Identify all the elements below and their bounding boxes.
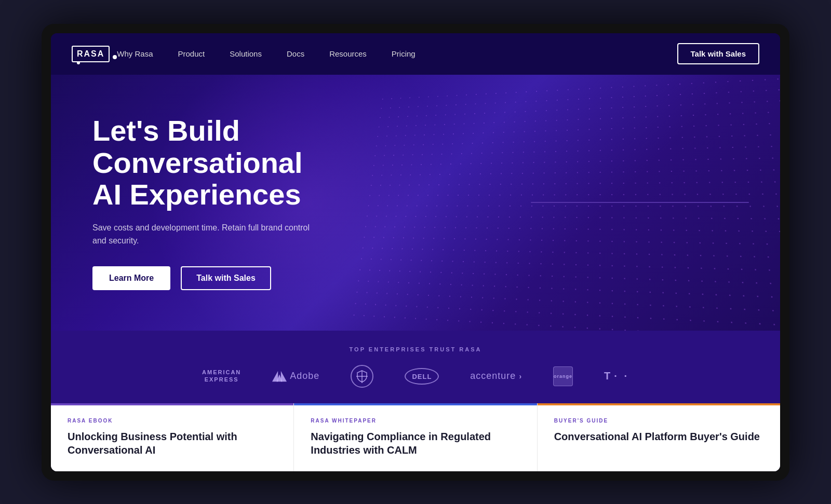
hero-buttons: Learn More Talk with Sales [92,266,321,290]
logo-orange: orange [553,366,573,386]
logo-dell: DELL [405,368,439,385]
nav-link-why-rasa[interactable]: Why Rasa [117,49,153,58]
nav-link-resources[interactable]: Resources [329,49,367,58]
amex-text: AMERICAN EXPRESS [202,369,241,383]
card-title-2: Navigating Compliance in Regulated Indus… [311,430,520,457]
bcbs-shield-icon [355,370,369,383]
nav-link-product[interactable]: Product [178,49,205,58]
logo-text: RASA [77,49,104,58]
logo-accenture: accenture › [470,371,522,382]
card-bar-3 [538,403,780,405]
hero-subtitle: Save costs and development time. Retain … [92,221,321,248]
cards-section: RASA EBOOK Unlocking Business Potential … [51,403,780,471]
card-tag-2: RASA WHITEPAPER [311,418,520,424]
hero-content: Let's Build Conversational AI Experience… [51,115,363,290]
logo-box: RASA [72,46,110,62]
nav-links: Why Rasa Product Solutions Docs Resource… [117,49,677,58]
hero-title: Let's Build Conversational AI Experience… [92,115,321,211]
logo-bcbs [351,365,373,388]
logo-bubble [113,55,117,59]
card-whitepaper[interactable]: RASA WHITEPAPER Navigating Compliance in… [294,403,537,471]
nav-link-pricing[interactable]: Pricing [392,49,416,58]
navbar: RASA Why Rasa Product Solutions Docs Res… [51,33,780,75]
card-bar-2 [294,403,537,405]
trust-logos: AMERICAN EXPRESS Adobe [82,365,749,388]
card-buyers-guide[interactable]: BUYER'S GUIDE Conversational AI Platform… [538,403,780,471]
card-title-1: Unlocking Business Potential with Conver… [68,430,277,457]
trust-section: TOP ENTERPRISES TRUST RASA AMERICAN EXPR… [51,331,780,403]
hero-talk-with-sales-button[interactable]: Talk with Sales [181,266,271,290]
logo[interactable]: RASA [72,46,117,62]
hero-chat-visual: Hey, I need to change my delivery addres… [531,202,749,203]
card-title-3: Conversational AI Platform Buyer's Guide [554,430,763,443]
chat-frame: Hey, I need to change my delivery addres… [531,202,749,203]
card-tag-1: RASA EBOOK [68,418,277,424]
learn-more-button[interactable]: Learn More [92,266,170,290]
nav-link-solutions[interactable]: Solutions [230,49,262,58]
logo-american-express: AMERICAN EXPRESS [202,369,241,383]
screen: RASA Why Rasa Product Solutions Docs Res… [51,33,780,471]
card-bar-1 [51,403,293,405]
card-tag-3: BUYER'S GUIDE [554,418,763,424]
logo-adobe: Adobe [272,369,319,384]
nav-talk-with-sales-button[interactable]: Talk with Sales [677,43,759,64]
trust-label: TOP ENTERPRISES TRUST RASA [82,346,749,352]
hero-section: Let's Build Conversational AI Experience… [51,75,780,331]
card-ebook[interactable]: RASA EBOOK Unlocking Business Potential … [51,403,294,471]
nav-link-docs[interactable]: Docs [287,49,304,58]
logo-telekom: T · · [604,370,629,382]
device-frame: RASA Why Rasa Product Solutions Docs Res… [42,24,789,481]
